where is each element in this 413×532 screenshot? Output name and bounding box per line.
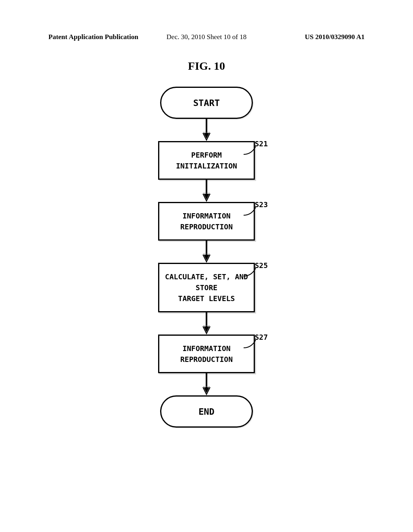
figure-title: FIG. 10 [188, 60, 225, 73]
step-text: CALCULATE, SET, AND STORE TARGET LEVELS [165, 271, 248, 304]
arrow-icon [130, 180, 283, 202]
header-center: Dec. 30, 2010 Sheet 10 of 18 [167, 33, 246, 41]
step-label: S23 [254, 199, 268, 210]
step-label: S27 [254, 332, 268, 343]
arrow-icon [130, 241, 283, 263]
end-label: END [198, 407, 215, 417]
process-step-s25: S25 CALCULATE, SET, AND STORE TARGET LEV… [158, 263, 255, 312]
arrow-icon [130, 119, 283, 141]
start-label: START [193, 98, 220, 108]
page-header: Patent Application Publication Dec. 30, … [0, 33, 413, 41]
step-label: S25 [254, 260, 268, 271]
arrow-icon [130, 312, 283, 335]
svg-marker-7 [202, 255, 211, 263]
svg-marker-1 [202, 133, 211, 141]
process-step-s27: S27 INFORMATION REPRODUCTION [158, 335, 255, 373]
svg-marker-4 [202, 194, 211, 202]
svg-marker-10 [202, 326, 211, 335]
process-step-s23: S23 INFORMATION REPRODUCTION [158, 202, 255, 241]
svg-marker-13 [202, 387, 211, 395]
flowchart: START S21 PERFORM INITIALIZATION S23 INF… [130, 87, 283, 428]
step-text: INFORMATION REPRODUCTION [180, 210, 233, 232]
process-step-s21: S21 PERFORM INITIALIZATION [158, 141, 255, 180]
end-terminal: END [160, 395, 253, 428]
arrow-icon [130, 373, 283, 395]
step-text: PERFORM INITIALIZATION [176, 150, 237, 171]
header-left: Patent Application Publication [48, 33, 138, 41]
step-label: S21 [254, 138, 268, 149]
start-terminal: START [160, 87, 253, 119]
step-text: INFORMATION REPRODUCTION [180, 343, 233, 365]
header-right: US 2010/0329090 A1 [305, 33, 365, 41]
